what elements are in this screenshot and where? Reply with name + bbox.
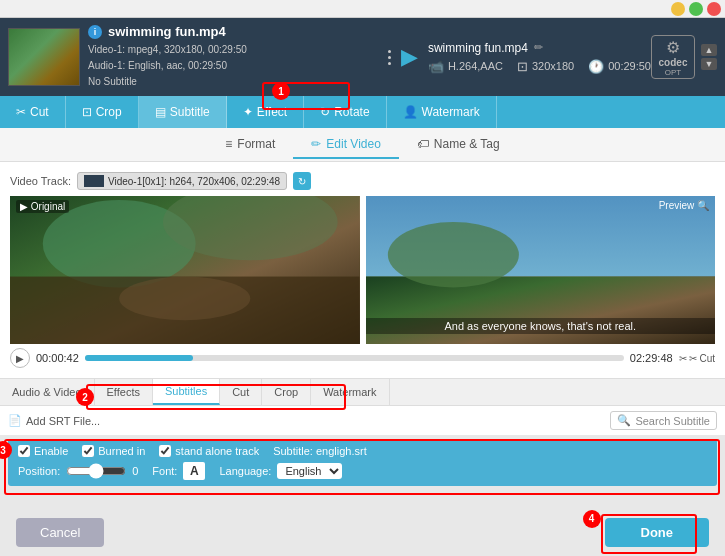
scroll-down-btn[interactable]: ▼	[701, 58, 717, 70]
minimize-button[interactable]	[671, 2, 685, 16]
burned-in-checkbox[interactable]	[82, 445, 94, 457]
resolution-info: 320x180	[532, 60, 574, 72]
subtitle-filename: engligh.srt	[316, 445, 367, 457]
edit-tab-subtitles[interactable]: Subtitles	[153, 379, 220, 405]
original-preview-panel: ▶ Original	[10, 196, 360, 344]
video-track-bar: Video Track: Video-1[0x1]: h264, 720x406…	[10, 168, 715, 194]
name-tag-icon: 🏷	[417, 137, 429, 151]
format-icon: ≡	[225, 137, 232, 151]
tab-rotate-label: Rotate	[334, 105, 369, 119]
track-selector[interactable]: Video-1[0x1]: h264, 720x406, 02:29:48	[77, 172, 287, 190]
original-label: ▶ Original	[16, 200, 69, 213]
sub-tab-edit-video-label: Edit Video	[326, 137, 381, 151]
add-srt-button[interactable]: 📄 Add SRT File...	[8, 414, 100, 427]
file-info-bar: i swimming fun.mp4 Video-1: mpeg4, 320x1…	[0, 18, 725, 96]
output-filename: swimming fun.mp4	[428, 41, 528, 55]
language-row: Language: English	[219, 463, 342, 479]
edit-tab-crop[interactable]: Crop	[262, 379, 311, 405]
subtitle-file-label: Subtitle:	[273, 445, 313, 457]
tab-cut-label: Cut	[30, 105, 49, 119]
sub-tab-name-tag[interactable]: 🏷 Name & Tag	[399, 131, 518, 159]
codec-box[interactable]: ⚙ codec OPT	[651, 35, 695, 79]
tab-rotate[interactable]: ↻ Rotate	[304, 96, 386, 128]
badge-1: 1	[272, 82, 290, 100]
search-subtitle-box[interactable]: 🔍 Search Subtitle	[610, 411, 717, 430]
sub-tab-edit-video[interactable]: ✏ Edit Video	[293, 131, 399, 159]
title-bar	[0, 0, 725, 18]
edit-tab-effects[interactable]: Effects	[95, 379, 153, 405]
opt-label: OPT	[665, 68, 681, 77]
crop-icon: ⊡	[82, 105, 92, 119]
gear-icon: ⚙	[666, 38, 680, 57]
filename: swimming fun.mp4	[108, 24, 226, 39]
search-icon: 🔍	[617, 414, 631, 427]
subtitle-overlay: And as everyone knows, that's not real.	[366, 318, 716, 334]
stand-alone-checkbox[interactable]	[159, 445, 171, 457]
edit-filename-icon[interactable]: ✏	[534, 41, 543, 54]
tab-watermark[interactable]: 👤 Watermark	[387, 96, 497, 128]
tool-tabs-bar: ✂ Cut ⊡ Crop ▤ Subtitle ✦ Effect ↻ Rotat…	[0, 96, 725, 128]
cut-tab-label: Cut	[232, 386, 249, 398]
stand-alone-checkbox-item[interactable]: stand alone track	[159, 445, 259, 457]
clock-icon: 🕐	[588, 59, 604, 74]
cut-scissors-icon: ✂	[679, 353, 687, 364]
done-wrapper: 4 Done	[605, 518, 710, 547]
cut-label: ✂ Cut	[689, 353, 715, 364]
language-select[interactable]: English	[277, 463, 342, 479]
tab-cut[interactable]: ✂ Cut	[0, 96, 66, 128]
burned-in-label: Burned in	[98, 445, 145, 457]
timeline-progress	[85, 355, 193, 361]
badge-2-wrapper: 2	[76, 388, 94, 406]
resolution-icon: ⊡	[517, 59, 528, 74]
sub-tab-format[interactable]: ≡ Format	[207, 131, 293, 159]
original-video-bg	[10, 196, 360, 344]
subtitle-config-row1: Enable Burned in stand alone track Subti…	[18, 445, 707, 457]
edit-tabs-row: 2 Audio & Video Effects Subtitles Cut Cr…	[0, 378, 725, 406]
play-button[interactable]: ▶	[10, 348, 30, 368]
refresh-button[interactable]: ↻	[293, 172, 311, 190]
effects-label: Effects	[107, 386, 140, 398]
video-track-info: Video-1: mpeg4, 320x180, 00:29:50	[88, 42, 382, 58]
tab-effect[interactable]: ✦ Effect	[227, 96, 304, 128]
font-label: Font:	[152, 465, 177, 477]
maximize-button[interactable]	[689, 2, 703, 16]
burned-in-checkbox-item[interactable]: Burned in	[82, 445, 145, 457]
position-row: Position: 0	[18, 463, 138, 479]
badge-4: 4	[583, 510, 601, 528]
scroll-arrows: ▲ ▼	[701, 44, 717, 70]
badge-1-wrapper: 1	[272, 82, 290, 100]
font-button[interactable]: A	[183, 462, 205, 480]
position-value: 0	[132, 465, 138, 477]
file-thumbnail	[8, 28, 80, 86]
sub-tab-format-label: Format	[237, 137, 275, 151]
rotate-icon: ↻	[320, 105, 330, 119]
timeline-track[interactable]	[85, 355, 624, 361]
enable-checkbox-item[interactable]: Enable	[18, 445, 68, 457]
done-button[interactable]: Done	[605, 518, 710, 547]
duration-info: 00:29:50	[608, 60, 651, 72]
badge-4-wrapper: 4	[583, 510, 601, 528]
enable-checkbox[interactable]	[18, 445, 30, 457]
svg-point-7	[387, 222, 518, 288]
file-menu-dots[interactable]	[388, 50, 391, 65]
tab-subtitle-label: Subtitle	[170, 105, 210, 119]
edit-tab-cut[interactable]: Cut	[220, 379, 262, 405]
add-srt-label: Add SRT File...	[26, 415, 100, 427]
tab-subtitle[interactable]: ▤ Subtitle	[139, 96, 227, 128]
cut-button[interactable]: ✂ ✂ Cut	[679, 353, 715, 364]
scroll-up-btn[interactable]: ▲	[701, 44, 717, 56]
position-slider[interactable]	[66, 463, 126, 479]
preview-label: Preview 🔍	[659, 200, 709, 211]
sub-tab-name-tag-label: Name & Tag	[434, 137, 500, 151]
output-preview-panel: Preview 🔍	[366, 196, 716, 344]
subtitle-config-panel: Enable Burned in stand alone track Subti…	[8, 439, 717, 486]
video-track-label: Video Track:	[10, 175, 71, 187]
edit-tab-watermark[interactable]: Watermark	[311, 379, 389, 405]
main-content: Video Track: Video-1[0x1]: h264, 720x406…	[0, 162, 725, 378]
close-button[interactable]	[707, 2, 721, 16]
bottom-bar: Cancel 4 Done	[0, 508, 725, 556]
tab-crop[interactable]: ⊡ Crop	[66, 96, 139, 128]
end-time: 02:29:48	[630, 352, 673, 364]
cancel-button[interactable]: Cancel	[16, 518, 104, 547]
enable-label: Enable	[34, 445, 68, 457]
